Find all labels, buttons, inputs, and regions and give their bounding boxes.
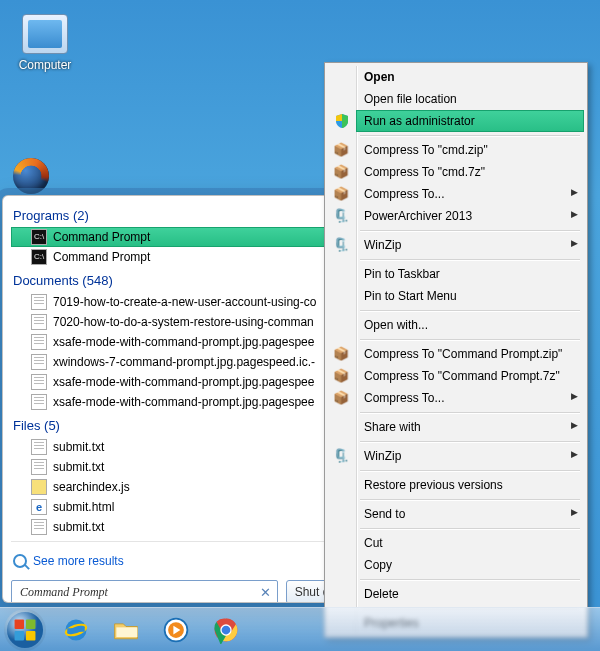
result-command-prompt-selected[interactable]: C:\ Command Prompt xyxy=(11,227,345,247)
computer-icon xyxy=(22,14,68,54)
list-item[interactable]: submit.html xyxy=(11,497,345,517)
result-label: submit.txt xyxy=(53,520,104,534)
ctx-winzip[interactable]: 🗜️ WinZip xyxy=(356,234,584,256)
ctx-cut[interactable]: Cut xyxy=(356,532,584,554)
ctx-separator xyxy=(360,579,580,580)
windows-logo-icon xyxy=(6,611,44,649)
ctx-separator xyxy=(360,412,580,413)
section-files: Files (5) xyxy=(11,412,345,437)
ctx-copy[interactable]: Copy xyxy=(356,554,584,576)
result-label: xsafe-mode-with-command-prompt.jpg.pages… xyxy=(53,375,314,389)
archive-icon: 📦 xyxy=(332,163,350,181)
ctx-share-with[interactable]: Share with xyxy=(356,416,584,438)
section-programs: Programs (2) xyxy=(11,202,345,227)
archive-icon: 📦 xyxy=(332,141,350,159)
taskbar-media-player[interactable] xyxy=(154,612,198,648)
result-label: 7019-how-to-create-a-new-user-account-us… xyxy=(53,295,316,309)
folder-icon xyxy=(112,616,140,644)
list-item[interactable]: xsafe-mode-with-command-prompt.jpg.pages… xyxy=(11,392,345,412)
result-label: searchindex.js xyxy=(53,480,130,494)
ctx-winzip-2[interactable]: 🗜️ WinZip xyxy=(356,445,584,467)
taskbar xyxy=(0,607,600,651)
svg-point-0 xyxy=(7,611,43,647)
start-search-box[interactable]: ✕ xyxy=(11,580,278,603)
text-file-icon xyxy=(31,519,47,535)
svg-rect-4 xyxy=(26,630,36,640)
firefox-icon[interactable] xyxy=(13,158,49,194)
ctx-open-with[interactable]: Open with... xyxy=(356,314,584,336)
ctx-compress-cmd-zip[interactable]: 📦 Compress To "cmd.zip" xyxy=(356,139,584,161)
start-menu-search-results: Programs (2) C:\ Command Prompt C:\ Comm… xyxy=(2,195,354,603)
ctx-separator xyxy=(360,528,580,529)
ctx-separator xyxy=(360,441,580,442)
document-icon xyxy=(31,354,47,370)
powerarchiver-icon: 🗜️ xyxy=(332,207,350,225)
list-item[interactable]: submit.txt xyxy=(11,517,345,537)
winzip-icon: 🗜️ xyxy=(332,447,350,465)
svg-point-13 xyxy=(222,625,231,634)
html-file-icon xyxy=(31,499,47,515)
archive-icon: 📦 xyxy=(332,185,350,203)
list-item[interactable]: 7019-how-to-create-a-new-user-account-us… xyxy=(11,292,345,312)
ctx-pin-taskbar[interactable]: Pin to Taskbar xyxy=(356,263,584,285)
clear-icon[interactable]: ✕ xyxy=(260,585,271,600)
list-item[interactable]: 7020-how-to-do-a-system-restore-using-co… xyxy=(11,312,345,332)
ctx-run-as-administrator[interactable]: Run as administrator xyxy=(356,110,584,132)
document-icon xyxy=(31,374,47,390)
svg-rect-1 xyxy=(15,619,24,629)
desktop-icon-computer[interactable]: Computer xyxy=(14,14,76,72)
result-label: submit.txt xyxy=(53,460,104,474)
result-label: xsafe-mode-with-command-prompt.jpg.pages… xyxy=(53,395,314,409)
result-label: Command Prompt xyxy=(53,230,150,244)
list-item[interactable]: submit.txt xyxy=(11,437,345,457)
text-file-icon xyxy=(31,439,47,455)
magnifier-icon xyxy=(13,554,27,568)
list-item[interactable]: xsafe-mode-with-command-prompt.jpg.pages… xyxy=(11,372,345,392)
ctx-compress-cmd-7z[interactable]: 📦 Compress To "cmd.7z" xyxy=(356,161,584,183)
archive-icon: 📦 xyxy=(332,389,350,407)
command-prompt-icon: C:\ xyxy=(31,229,47,245)
taskbar-chrome[interactable] xyxy=(204,612,248,648)
document-icon xyxy=(31,394,47,410)
ctx-compress-commandprompt-7z[interactable]: 📦 Compress To "Command Prompt.7z" xyxy=(356,365,584,387)
command-prompt-icon: C:\ xyxy=(31,249,47,265)
media-player-icon xyxy=(162,616,190,644)
divider xyxy=(11,541,345,542)
svg-rect-8 xyxy=(116,627,137,637)
list-item[interactable]: xwindows-7-command-prompt.jpg.pagespeed.… xyxy=(11,352,345,372)
ctx-restore-previous-versions[interactable]: Restore previous versions xyxy=(356,474,584,496)
result-label: xwindows-7-command-prompt.jpg.pagespeed.… xyxy=(53,355,315,369)
start-button[interactable] xyxy=(4,609,46,651)
ie-icon xyxy=(62,616,90,644)
see-more-results-link[interactable]: See more results xyxy=(11,546,345,576)
archive-icon: 📦 xyxy=(332,345,350,363)
ctx-separator xyxy=(360,259,580,260)
ctx-open[interactable]: Open xyxy=(356,66,584,88)
chrome-icon xyxy=(212,616,240,644)
see-more-label: See more results xyxy=(33,554,124,568)
taskbar-ie[interactable] xyxy=(54,612,98,648)
result-label: submit.txt xyxy=(53,440,104,454)
list-item[interactable]: submit.txt xyxy=(11,457,345,477)
ctx-delete[interactable]: Delete xyxy=(356,583,584,605)
ctx-open-file-location[interactable]: Open file location xyxy=(356,88,584,110)
taskbar-explorer[interactable] xyxy=(104,612,148,648)
svg-rect-3 xyxy=(15,630,24,640)
search-input[interactable] xyxy=(18,584,260,601)
result-command-prompt[interactable]: C:\ Command Prompt xyxy=(11,247,345,267)
ctx-compress-commandprompt-zip[interactable]: 📦 Compress To "Command Prompt.zip" xyxy=(356,343,584,365)
section-documents: Documents (548) xyxy=(11,267,345,292)
ctx-separator xyxy=(360,470,580,471)
list-item[interactable]: xsafe-mode-with-command-prompt.jpg.pages… xyxy=(11,332,345,352)
result-label: xsafe-mode-with-command-prompt.jpg.pages… xyxy=(53,335,314,349)
list-item[interactable]: searchindex.js xyxy=(11,477,345,497)
document-icon xyxy=(31,294,47,310)
result-label: 7020-how-to-do-a-system-restore-using-co… xyxy=(53,315,314,329)
ctx-pin-start-menu[interactable]: Pin to Start Menu xyxy=(356,285,584,307)
ctx-send-to[interactable]: Send to xyxy=(356,503,584,525)
ctx-separator xyxy=(360,230,580,231)
ctx-compress-to[interactable]: 📦 Compress To... xyxy=(356,183,584,205)
ctx-separator xyxy=(360,339,580,340)
ctx-compress-to-2[interactable]: 📦 Compress To... xyxy=(356,387,584,409)
ctx-powerarchiver[interactable]: 🗜️ PowerArchiver 2013 xyxy=(356,205,584,227)
